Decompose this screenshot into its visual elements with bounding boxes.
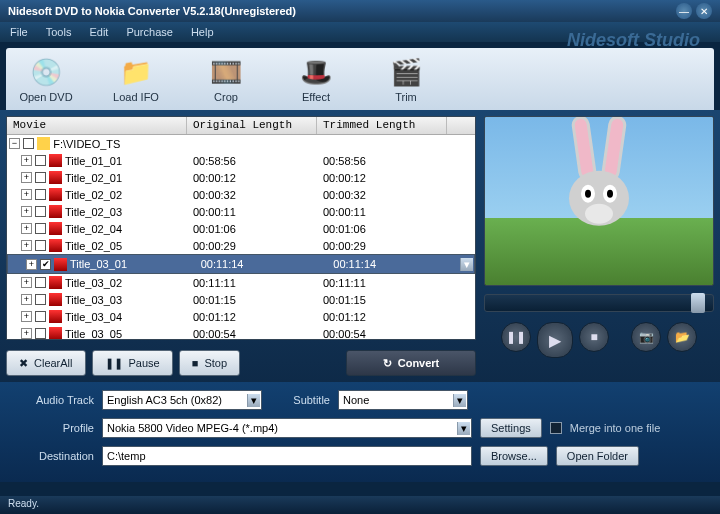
expand-icon[interactable]: + <box>21 189 32 200</box>
row-checkbox[interactable]: ✔ <box>40 259 51 270</box>
table-row[interactable]: +✔Title_03_0100:11:1400:11:14 <box>7 254 475 274</box>
table-row[interactable]: +Title_02_0300:00:1100:00:11 <box>7 203 475 220</box>
trimmed-length: 00:11:11 <box>317 277 447 289</box>
header-trimmed-length[interactable]: Trimmed Length <box>317 117 447 134</box>
effect-button[interactable]: 🎩Effect <box>286 55 346 103</box>
expand-icon[interactable]: + <box>21 294 32 305</box>
seek-bar[interactable] <box>484 294 714 312</box>
window-title: Nidesoft DVD to Nokia Converter V5.2.18(… <box>8 5 672 17</box>
pause-button[interactable]: ❚❚Pause <box>92 350 173 376</box>
group-checkbox[interactable] <box>23 138 34 149</box>
trimmed-length: 00:01:15 <box>317 294 447 306</box>
expand-icon[interactable]: + <box>26 259 37 270</box>
menu-edit[interactable]: Edit <box>89 26 108 38</box>
expand-icon[interactable]: + <box>21 206 32 217</box>
table-row[interactable]: +Title_03_0200:11:1100:11:11 <box>7 274 475 291</box>
profile-select[interactable]: Nokia 5800 Video MPEG-4 (*.mp4) <box>102 418 472 438</box>
refresh-icon: ↻ <box>383 357 392 370</box>
settings-button[interactable]: Settings <box>480 418 542 438</box>
video-icon <box>49 154 62 167</box>
open-dvd-button[interactable]: 💿Open DVD <box>16 55 76 103</box>
title-list: Movie Original Length Trimmed Length − F… <box>6 116 476 340</box>
table-row[interactable]: +Title_03_0300:01:1500:01:15 <box>7 291 475 308</box>
player-pause-button[interactable]: ❚❚ <box>501 322 531 352</box>
title-name: Title_02_05 <box>65 240 122 252</box>
original-length: 00:11:14 <box>195 258 325 270</box>
original-length: 00:58:56 <box>187 155 317 167</box>
brand-logo: Nidesoft Studio <box>567 30 700 51</box>
expand-icon[interactable]: + <box>21 155 32 166</box>
subtitle-label: Subtitle <box>270 394 330 406</box>
table-row[interactable]: +Title_01_0100:58:5600:58:56 <box>7 152 475 169</box>
merge-checkbox[interactable] <box>550 422 562 434</box>
menu-tools[interactable]: Tools <box>46 26 72 38</box>
browse-button[interactable]: Browse... <box>480 446 548 466</box>
pause-icon: ❚❚ <box>105 357 123 370</box>
video-icon <box>49 205 62 218</box>
crop-icon: 🎞️ <box>209 55 243 89</box>
expand-icon[interactable]: + <box>21 328 32 339</box>
subtitle-select[interactable]: None <box>338 390 468 410</box>
table-row[interactable]: +Title_02_0100:00:1200:00:12 <box>7 169 475 186</box>
header-movie[interactable]: Movie <box>7 117 187 134</box>
expand-icon[interactable]: + <box>21 223 32 234</box>
destination-input[interactable] <box>102 446 472 466</box>
row-checkbox[interactable] <box>35 277 46 288</box>
stop-button[interactable]: ■Stop <box>179 350 240 376</box>
snapshot-button[interactable]: 📷 <box>631 322 661 352</box>
close-button[interactable]: ✕ <box>696 3 712 19</box>
stop-icon: ■ <box>192 357 199 369</box>
original-length: 00:00:54 <box>187 328 317 340</box>
menu-file[interactable]: File <box>10 26 28 38</box>
load-ifo-button[interactable]: 📁Load IFO <box>106 55 166 103</box>
preview-pane <box>484 116 714 286</box>
row-checkbox[interactable] <box>35 223 46 234</box>
row-checkbox[interactable] <box>35 311 46 322</box>
settings-panel: Audio Track English AC3 5ch (0x82) Subti… <box>0 382 720 482</box>
original-length: 00:00:12 <box>187 172 317 184</box>
expand-icon[interactable]: + <box>21 240 32 251</box>
collapse-icon[interactable]: − <box>9 138 20 149</box>
video-icon <box>49 171 62 184</box>
trim-button[interactable]: 🎬Trim <box>376 55 436 103</box>
trimmed-length: 00:58:56 <box>317 155 447 167</box>
row-checkbox[interactable] <box>35 328 46 339</box>
status-bar: Ready. <box>0 496 720 514</box>
row-checkbox[interactable] <box>35 172 46 183</box>
row-checkbox[interactable] <box>35 155 46 166</box>
player-stop-button[interactable]: ■ <box>579 322 609 352</box>
trimmed-length: 00:00:12 <box>317 172 447 184</box>
title-name: Title_02_04 <box>65 223 122 235</box>
expand-icon[interactable]: + <box>21 311 32 322</box>
original-length: 00:00:11 <box>187 206 317 218</box>
minimize-button[interactable]: — <box>676 3 692 19</box>
table-row[interactable]: +Title_02_0400:01:0600:01:06 <box>7 220 475 237</box>
table-row[interactable]: +Title_02_0200:00:3200:00:32 <box>7 186 475 203</box>
table-row[interactable]: +Title_02_0500:00:2900:00:29 <box>7 237 475 254</box>
profile-label: Profile <box>14 422 94 434</box>
open-folder-button[interactable]: Open Folder <box>556 446 639 466</box>
menu-purchase[interactable]: Purchase <box>126 26 172 38</box>
open-snapshot-button[interactable]: 📂 <box>667 322 697 352</box>
row-checkbox[interactable] <box>35 294 46 305</box>
header-original-length[interactable]: Original Length <box>187 117 317 134</box>
audio-track-select[interactable]: English AC3 5ch (0x82) <box>102 390 262 410</box>
player-play-button[interactable]: ▶ <box>537 322 573 358</box>
row-checkbox[interactable] <box>35 189 46 200</box>
expand-icon[interactable]: + <box>21 172 32 183</box>
convert-button[interactable]: ↻Convert <box>346 350 476 376</box>
group-row[interactable]: − F:\VIDEO_TS <box>7 135 475 152</box>
row-checkbox[interactable] <box>35 206 46 217</box>
menu-help[interactable]: Help <box>191 26 214 38</box>
merge-label: Merge into one file <box>570 422 661 434</box>
clear-all-button[interactable]: ✖ClearAll <box>6 350 86 376</box>
table-row[interactable]: +Title_03_0500:00:5400:00:54 <box>7 325 475 339</box>
seek-thumb[interactable] <box>691 293 705 313</box>
expand-icon[interactable]: + <box>21 277 32 288</box>
table-row[interactable]: +Title_03_0400:01:1200:01:12 <box>7 308 475 325</box>
row-checkbox[interactable] <box>35 240 46 251</box>
crop-button[interactable]: 🎞️Crop <box>196 55 256 103</box>
list-body[interactable]: − F:\VIDEO_TS+Title_01_0100:58:5600:58:5… <box>7 135 475 339</box>
list-header: Movie Original Length Trimmed Length <box>7 117 475 135</box>
video-icon <box>54 258 67 271</box>
